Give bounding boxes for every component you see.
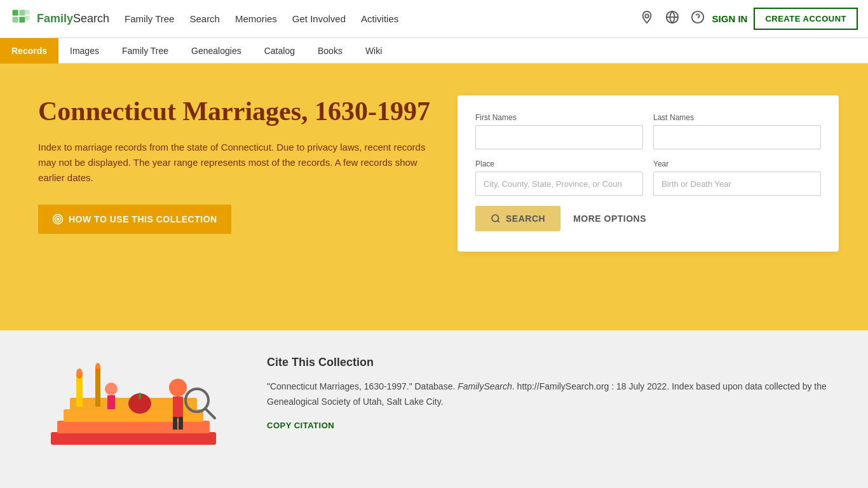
svg-rect-26	[173, 417, 177, 430]
svg-rect-3	[19, 17, 25, 22]
svg-rect-2	[13, 17, 18, 22]
subnav-family-tree[interactable]: Family Tree	[111, 38, 180, 64]
subnav-catalog[interactable]: Catalog	[253, 38, 306, 64]
svg-rect-17	[57, 421, 210, 433]
subnav-wiki[interactable]: Wiki	[354, 38, 393, 64]
collection-description: Index to marriage records from the state…	[38, 140, 432, 186]
cite-text: "Connecticut Marriages, 1630-1997." Data…	[267, 379, 830, 410]
hero-content: Connecticut Marriages, 1630-1997 Index t…	[38, 95, 432, 234]
svg-rect-31	[139, 393, 141, 399]
svg-point-24	[169, 379, 187, 396]
place-field: Place	[475, 159, 643, 196]
first-names-label: First Names	[475, 113, 643, 122]
year-input[interactable]	[653, 172, 821, 196]
svg-rect-22	[95, 369, 100, 407]
last-names-label: Last Names	[653, 113, 821, 122]
nav-get-involved[interactable]: Get Involved	[292, 13, 346, 24]
svg-point-12	[55, 217, 61, 222]
first-names-input[interactable]	[475, 125, 643, 149]
how-to-label: HOW TO USE THIS COLLECTION	[69, 214, 217, 224]
subnav-images[interactable]: Images	[58, 38, 111, 64]
nav-memories[interactable]: Memories	[235, 13, 277, 24]
search-icon	[491, 214, 501, 224]
svg-rect-4	[25, 10, 29, 14]
bottom-section: Cite This Collection "Connecticut Marria…	[0, 330, 868, 488]
svg-rect-16	[51, 432, 216, 445]
svg-point-14	[492, 215, 499, 222]
search-actions: SEARCH MORE OPTIONS	[475, 206, 821, 231]
svg-line-29	[205, 409, 215, 418]
year-field: Year	[653, 159, 821, 196]
svg-rect-20	[76, 375, 83, 407]
top-nav: FamilySearch Family Tree Search Memories…	[0, 0, 868, 38]
search-button[interactable]: SEARCH	[475, 206, 560, 231]
copy-citation-button[interactable]: COPY CITATION	[267, 421, 334, 430]
logo-link[interactable]: FamilySearch	[10, 8, 109, 30]
svg-point-23	[95, 363, 100, 372]
target-icon	[52, 214, 64, 225]
nav-activities[interactable]: Activities	[361, 13, 398, 24]
how-to-use-button[interactable]: HOW TO USE THIS COLLECTION	[38, 205, 231, 234]
cite-title: Cite This Collection	[267, 356, 830, 369]
svg-point-13	[57, 219, 59, 220]
nav-family-tree[interactable]: Family Tree	[125, 13, 174, 24]
sub-nav: Records Images Family Tree Genealogies C…	[0, 38, 868, 64]
collection-title: Connecticut Marriages, 1630-1997	[38, 95, 432, 127]
help-icon[interactable]	[691, 10, 705, 27]
search-name-row: First Names Last Names	[475, 113, 821, 149]
search-card: First Names Last Names Place Year	[458, 95, 839, 252]
svg-rect-0	[13, 10, 18, 15]
main-nav: Family Tree Search Memories Get Involved…	[125, 13, 639, 24]
subnav-genealogies[interactable]: Genealogies	[180, 38, 253, 64]
svg-rect-1	[19, 10, 25, 15]
svg-point-6	[645, 14, 649, 18]
hero-section: Connecticut Marriages, 1630-1997 Index t…	[0, 64, 868, 330]
globe-icon[interactable]	[665, 10, 679, 27]
svg-rect-5	[25, 15, 29, 20]
svg-rect-27	[179, 417, 183, 430]
svg-line-15	[498, 220, 499, 222]
year-label: Year	[653, 159, 821, 168]
svg-point-21	[76, 369, 83, 379]
location-icon[interactable]	[640, 10, 654, 27]
logo-text: FamilySearch	[37, 12, 109, 25]
last-names-field: Last Names	[653, 113, 821, 149]
create-account-button[interactable]: CREATE ACCOUNT	[754, 8, 858, 30]
last-names-input[interactable]	[653, 125, 821, 149]
svg-rect-25	[173, 396, 183, 419]
subnav-books[interactable]: Books	[306, 38, 354, 64]
nav-icon-group	[640, 10, 705, 27]
svg-rect-33	[107, 395, 115, 409]
sign-in-button[interactable]: SIGN IN	[712, 13, 748, 24]
search-btn-label: SEARCH	[506, 214, 545, 224]
search-place-year-row: Place Year	[475, 159, 821, 196]
cite-section: Cite This Collection "Connecticut Marria…	[267, 356, 830, 483]
svg-point-32	[105, 383, 118, 395]
nav-search[interactable]: Search	[189, 13, 220, 24]
more-options-button[interactable]: MORE OPTIONS	[573, 214, 646, 224]
subnav-records[interactable]: Records	[0, 38, 58, 64]
first-names-field: First Names	[475, 113, 643, 149]
illustration	[38, 356, 229, 483]
place-input[interactable]	[475, 172, 643, 196]
place-label: Place	[475, 159, 643, 168]
